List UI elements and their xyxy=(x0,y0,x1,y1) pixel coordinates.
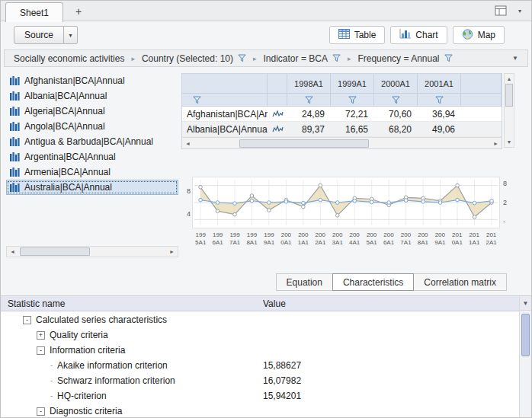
series-list-item[interactable]: Algeria|BCA|Annual xyxy=(6,104,178,119)
filter-crumb[interactable]: Country (Selected: 10) xyxy=(142,53,246,64)
chart-button[interactable]: Chart xyxy=(390,26,447,44)
series-list-item[interactable]: Armenia|BCA|Annual xyxy=(6,164,178,180)
statistic-row[interactable]: -Akaike information criterion15,88627 xyxy=(0,358,519,373)
series-bars-icon xyxy=(10,137,20,146)
cell-value: 72,21 xyxy=(331,107,374,121)
filter-funnel-icon[interactable] xyxy=(435,96,444,104)
tab-characteristics[interactable]: Characteristics xyxy=(332,273,414,291)
view-buttons: Table Chart Map xyxy=(329,26,505,44)
breadcrumb-separator-icon: ▸ xyxy=(348,55,351,62)
x-axis-label: 2005A1 xyxy=(363,231,380,247)
row-series-name: Afghanistan|BCA|Annual xyxy=(182,107,268,121)
source-button[interactable]: Source ▾ xyxy=(14,26,78,44)
column-filter-cell[interactable] xyxy=(331,94,374,107)
statistic-row[interactable]: -Diagnostic criteria xyxy=(0,404,519,418)
filter-funnel-icon[interactable] xyxy=(444,54,453,62)
filter-funnel-icon[interactable] xyxy=(238,54,246,62)
scroll-left-icon[interactable]: ◄ xyxy=(182,141,194,146)
scroll-right-icon[interactable]: ► xyxy=(490,141,502,146)
x-axis-label: 2003A1 xyxy=(329,231,346,247)
statistic-name-column-header[interactable]: Statistic name xyxy=(8,298,65,309)
filter-funnel-icon[interactable] xyxy=(392,96,400,104)
table-row[interactable]: Afghanistan|BCA|Annual24,8972,2170,6036,… xyxy=(182,107,502,122)
column-filter-cell[interactable] xyxy=(374,94,418,107)
series-label: Algeria|BCA|Annual xyxy=(24,106,105,116)
series-list-item[interactable]: Afghanistan|BCA|Annual xyxy=(6,73,178,88)
statistic-name: Akaike information criterion xyxy=(57,360,168,371)
tabbar-dropdown[interactable]: ▾ xyxy=(514,3,526,18)
statistic-name: Quality criteria xyxy=(50,330,108,340)
column-filter-cell[interactable] xyxy=(287,94,331,107)
column-header[interactable]: 2001A1 xyxy=(418,74,461,94)
hscroll-thumb[interactable] xyxy=(20,247,90,256)
collapse-icon[interactable]: - xyxy=(37,346,45,355)
statistic-row[interactable]: -HQ-criterion15,94201 xyxy=(0,388,519,404)
series-list-item[interactable]: Australia|BCA|Annual xyxy=(6,180,178,195)
main-toolbar: Source ▾ Table Chart Map xyxy=(0,22,532,48)
add-sheet-button[interactable]: + xyxy=(70,4,87,19)
value-column-header[interactable]: Value xyxy=(263,298,286,309)
table-button[interactable]: Table xyxy=(329,26,386,44)
filter-funnel-icon[interactable] xyxy=(193,96,201,104)
x-axis-label: 2011A1 xyxy=(466,231,482,247)
column-options-dropdown[interactable]: ▼ xyxy=(520,296,531,311)
filter-crumb[interactable]: Socially economic activities xyxy=(14,53,124,64)
tab-equation[interactable]: Equation xyxy=(276,273,333,291)
vscroll-thumb[interactable] xyxy=(521,314,530,356)
column-header[interactable]: 1999A1 xyxy=(331,74,374,94)
vscroll-thumb[interactable] xyxy=(505,84,513,107)
series-label: Afghanistan|BCA|Annual xyxy=(24,75,125,86)
column-header[interactable]: 1998A1 xyxy=(287,74,331,94)
tab-correlation-matrix[interactable]: Correlation matrix xyxy=(413,273,507,291)
series-list-item[interactable]: Albania|BCA|Annual xyxy=(6,88,178,104)
statistic-row[interactable]: -Calculated series characteristics xyxy=(0,312,519,327)
data-table-vscrollbar[interactable]: ▲ ▼ xyxy=(504,73,514,148)
chart-left-axis: 84 xyxy=(181,180,191,225)
collapse-icon[interactable]: - xyxy=(37,407,45,416)
collapse-icon[interactable]: - xyxy=(23,316,31,324)
series-list-item[interactable]: Antigua & Barbuda|BCA|Annual xyxy=(6,134,178,149)
statistic-row[interactable]: -Schwarz information criterion16,07982 xyxy=(0,373,519,388)
series-bars-icon xyxy=(10,91,20,101)
chart-plot-area[interactable] xyxy=(192,177,500,228)
x-axis-label: 2010A1 xyxy=(449,231,466,247)
scroll-up-icon[interactable]: ▲ xyxy=(507,74,512,84)
statistics-vscrollbar[interactable]: ▼ xyxy=(519,296,531,418)
statistic-row[interactable]: -Information criteria xyxy=(0,343,519,358)
table-row[interactable]: Albania|BCA|Annual89,3716,6568,2049,06 xyxy=(182,122,502,137)
sheet-tab-bar: Sheet1 + ▾ xyxy=(0,0,532,21)
tab-sheet1[interactable]: Sheet1 xyxy=(5,2,63,22)
hscroll-thumb[interactable] xyxy=(239,139,369,148)
report-layout-icon[interactable] xyxy=(492,3,510,18)
filter-funnel-icon[interactable] xyxy=(332,54,341,62)
series-list-hscrollbar[interactable]: ◄ ► xyxy=(6,246,178,257)
statistics-rows: -Calculated series characteristics+Quali… xyxy=(0,312,519,418)
filter-funnel-icon[interactable] xyxy=(305,96,313,104)
statistic-value: 15,94201 xyxy=(263,391,301,401)
column-header[interactable]: 2000A1 xyxy=(374,74,418,94)
scroll-right-icon[interactable]: ► xyxy=(166,249,178,254)
filter-crumb[interactable]: Frequency = Annual xyxy=(357,53,452,64)
source-button-label[interactable]: Source xyxy=(14,26,64,44)
filter-crumb[interactable]: Indicator = BCA xyxy=(264,53,341,64)
mini-chart-svg xyxy=(193,177,499,228)
data-table-hscrollbar[interactable]: ◄ ► xyxy=(182,137,502,148)
filter-funnel-icon[interactable] xyxy=(348,96,357,104)
x-axis-label: 1999A1 xyxy=(261,231,277,247)
scroll-left-icon[interactable]: ◄ xyxy=(7,249,18,254)
series-list-item[interactable]: Angola|BCA|Annual xyxy=(6,119,178,134)
scroll-down-icon[interactable]: ▼ xyxy=(507,137,512,147)
tree-leaf-tick: - xyxy=(50,392,53,400)
column-filter-cell[interactable] xyxy=(418,94,461,107)
source-dropdown-arrow[interactable]: ▾ xyxy=(64,26,78,44)
cell-value: 36,94 xyxy=(418,107,461,121)
tree-leaf-tick: - xyxy=(50,377,53,385)
map-button[interactable]: Map xyxy=(453,26,505,44)
filter-bar-dropdown[interactable]: ▼ xyxy=(509,55,521,62)
expand-icon[interactable]: + xyxy=(37,331,45,340)
statistic-row[interactable]: +Quality criteria xyxy=(0,327,519,343)
table-icon xyxy=(338,29,350,41)
cell-value: 49,06 xyxy=(418,122,461,136)
cell-value: 89,37 xyxy=(287,122,331,136)
series-list-item[interactable]: Argentina|BCA|Annual xyxy=(6,149,178,164)
